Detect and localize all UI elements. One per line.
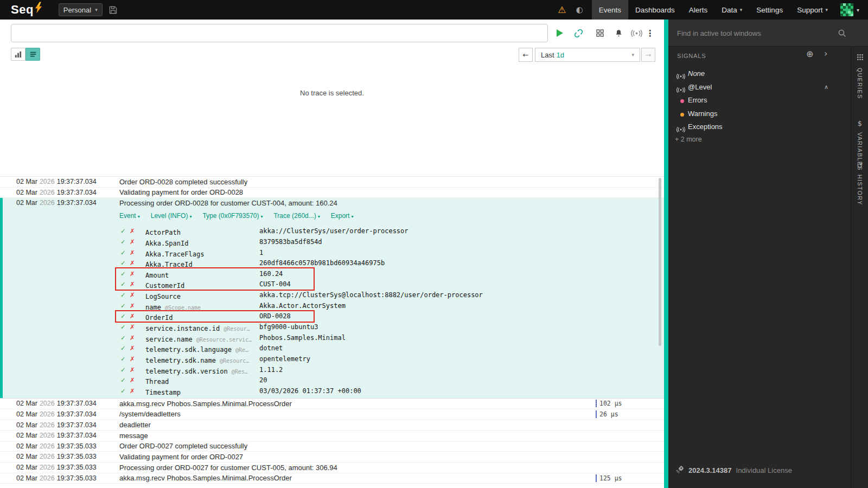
- log-event-row[interactable]: 02 Mar202619:37:37.034 Order ORD-0028 co…: [0, 177, 664, 188]
- range-forward-button[interactable]: →: [641, 48, 655, 62]
- property-value[interactable]: CUST-004: [259, 280, 291, 288]
- alert-add-button[interactable]: [610, 25, 627, 41]
- more-options-button[interactable]: ⋮: [644, 25, 655, 41]
- event-menu-button[interactable]: Event▾: [119, 212, 140, 220]
- nav-settings[interactable]: Settings: [749, 0, 790, 20]
- log-event-row[interactable]: 02 Mar202619:37:37.034 akka.msg.recv Pho…: [0, 399, 664, 409]
- export-menu-button[interactable]: Export▾: [331, 212, 354, 220]
- add-signal-icon[interactable]: ⊕: [806, 49, 813, 59]
- theme-toggle-icon[interactable]: ◐: [576, 5, 583, 15]
- exclude-filter-icon[interactable]: ✗: [130, 344, 135, 352]
- include-filter-icon[interactable]: ✓: [120, 312, 126, 320]
- property-key[interactable]: name: [145, 304, 161, 311]
- property-key[interactable]: telemetry.sdk.version: [145, 368, 228, 375]
- exclude-filter-icon[interactable]: ✗: [130, 280, 135, 288]
- property-value[interactable]: 20: [259, 376, 267, 384]
- property-key[interactable]: service.instance.id: [145, 325, 220, 332]
- property-key[interactable]: Amount: [145, 272, 169, 279]
- nav-events[interactable]: Events: [592, 0, 628, 20]
- include-filter-icon[interactable]: ✓: [120, 302, 126, 310]
- run-query-button[interactable]: [551, 25, 567, 41]
- include-filter-icon[interactable]: ✓: [120, 259, 126, 267]
- property-value[interactable]: ORD-0028: [259, 312, 291, 320]
- property-key[interactable]: service.name: [145, 336, 193, 343]
- log-event-row[interactable]: 02 Mar202619:37:37.034 message: [0, 431, 664, 441]
- user-avatar[interactable]: [840, 3, 853, 16]
- exclude-filter-icon[interactable]: ✗: [130, 291, 135, 299]
- exclude-filter-icon[interactable]: ✗: [130, 302, 135, 310]
- workspace-selector[interactable]: Personal ▾: [59, 3, 103, 16]
- property-value[interactable]: opentelemetry: [259, 355, 310, 363]
- property-key[interactable]: CustomerId: [145, 282, 184, 290]
- property-key[interactable]: Akka.TraceId: [145, 261, 193, 268]
- log-event-row[interactable]: 02 Mar202619:37:37.034 deadletter: [0, 420, 664, 431]
- include-filter-icon[interactable]: ✓: [120, 366, 126, 374]
- property-value[interactable]: akka://ClusterSys/user/order-processor: [259, 227, 409, 235]
- property-value[interactable]: Akka.Actor.ActorSystem: [259, 302, 346, 310]
- scrollbar-thumb[interactable]: [659, 178, 661, 346]
- include-filter-icon[interactable]: ✓: [120, 355, 126, 363]
- unlink-button[interactable]: [570, 25, 586, 41]
- include-filter-icon[interactable]: ✓: [120, 280, 126, 288]
- log-event-row[interactable]: 02 Mar202619:37:35.033 Processing order …: [0, 463, 664, 473]
- property-key[interactable]: LogSource: [145, 293, 181, 300]
- include-filter-icon[interactable]: ✓: [120, 270, 126, 278]
- property-value[interactable]: 260df8466c0578b981bd60934a46975b: [259, 259, 385, 267]
- time-range-select[interactable]: Last 1d ▾: [535, 48, 640, 62]
- exclude-filter-icon[interactable]: ✗: [130, 270, 135, 278]
- include-filter-icon[interactable]: ✓: [120, 249, 126, 256]
- exclude-filter-icon[interactable]: ✗: [130, 323, 135, 331]
- type-menu-button[interactable]: Type (0x0F793570)▾: [202, 212, 263, 220]
- exclude-filter-icon[interactable]: ✗: [130, 227, 135, 235]
- event-filter-input[interactable]: [11, 24, 548, 42]
- nav-data[interactable]: Data▾: [714, 0, 749, 20]
- log-event-row[interactable]: 02 Mar202619:37:35.033 Validating paymen…: [0, 452, 664, 463]
- include-filter-icon[interactable]: ✓: [120, 323, 126, 331]
- property-value[interactable]: 1.11.2: [259, 366, 283, 374]
- signal-item-level[interactable]: @Level ∧: [668, 81, 851, 95]
- log-event-row[interactable]: 02 Mar202619:37:35.033 akka.msg.recv Pho…: [0, 473, 664, 484]
- exclude-filter-icon[interactable]: ✗: [130, 238, 135, 246]
- level-menu-button[interactable]: Level (INFO)▾: [151, 212, 192, 220]
- list-view-button[interactable]: [25, 48, 40, 61]
- log-event-row[interactable]: 02 Mar202619:37:35.033 Order ORD-0027 co…: [0, 441, 664, 452]
- warning-icon[interactable]: ⚠: [558, 4, 566, 15]
- signal-item-exceptions[interactable]: Exceptions: [668, 121, 851, 134]
- include-filter-icon[interactable]: ✓: [120, 334, 126, 342]
- signal-item-warnings[interactable]: Warnings: [668, 108, 851, 121]
- trace-menu-button[interactable]: Trace (260d...)▾: [273, 212, 320, 220]
- exclude-filter-icon[interactable]: ✗: [130, 355, 135, 363]
- property-key[interactable]: Timestamp: [145, 389, 181, 396]
- property-value[interactable]: 160.24: [259, 270, 283, 278]
- save-icon[interactable]: [109, 6, 117, 14]
- exclude-filter-icon[interactable]: ✗: [130, 249, 135, 256]
- log-event-row[interactable]: 02 Mar202619:37:37.034 /system/deadlette…: [0, 409, 664, 420]
- strip-queries-tab[interactable]: QUERIES: [851, 53, 868, 99]
- property-key[interactable]: Thread: [145, 378, 169, 386]
- range-back-button[interactable]: ←: [519, 48, 533, 62]
- property-key[interactable]: OrderId: [145, 314, 173, 322]
- property-key[interactable]: telemetry.sdk.name: [145, 357, 216, 364]
- exclude-filter-icon[interactable]: ✗: [130, 334, 135, 342]
- nav-dashboards[interactable]: Dashboards: [628, 0, 682, 20]
- property-key[interactable]: ActorPath: [145, 229, 181, 236]
- property-value[interactable]: 1: [259, 249, 263, 256]
- exclude-filter-icon[interactable]: ✗: [130, 259, 135, 267]
- dashboard-add-button[interactable]: [592, 25, 608, 41]
- property-value[interactable]: akka.tcp://ClusterSys@localhost:8882/use…: [259, 291, 483, 299]
- property-key[interactable]: telemetry.sdk.language: [145, 346, 232, 354]
- strip-history-tab[interactable]: ↺ HISTORY: [851, 162, 868, 206]
- property-value[interactable]: 03/03/2026 01:37:37 +00:00: [259, 387, 361, 395]
- collapse-icon[interactable]: ∧: [824, 84, 828, 91]
- exclude-filter-icon[interactable]: ✗: [130, 366, 135, 374]
- exclude-filter-icon[interactable]: ✗: [130, 312, 135, 320]
- property-value[interactable]: 8379583ba5df854d: [259, 238, 322, 246]
- include-filter-icon[interactable]: ✓: [120, 376, 126, 384]
- nav-support[interactable]: Support▾: [790, 0, 835, 20]
- signals-more-link[interactable]: + 2 more: [675, 136, 702, 143]
- chart-view-button[interactable]: [11, 48, 25, 61]
- log-event-row[interactable]: 02 Mar202619:37:37.034 Validating paymen…: [0, 188, 664, 198]
- exclude-filter-icon[interactable]: ✗: [130, 387, 135, 395]
- include-filter-icon[interactable]: ✓: [120, 227, 126, 235]
- chevron-right-icon[interactable]: ›: [824, 48, 827, 59]
